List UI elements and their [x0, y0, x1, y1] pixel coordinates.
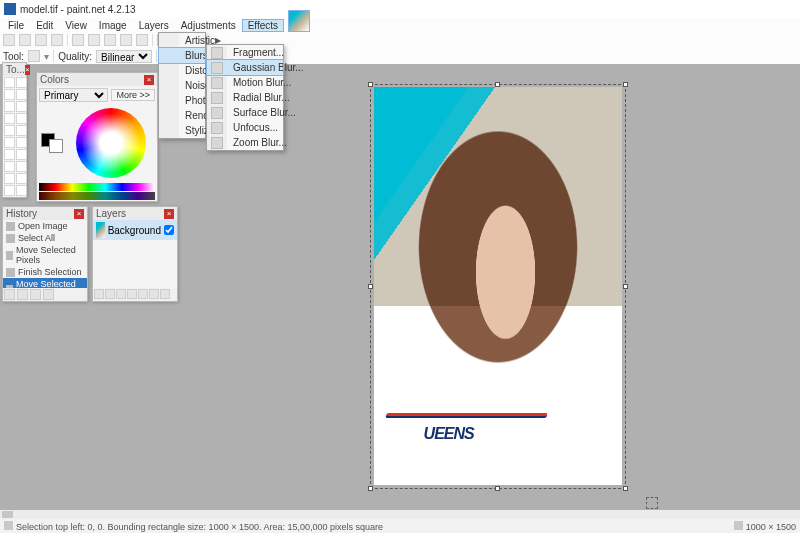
quality-select[interactable]: Bilinear: [96, 50, 152, 63]
panel-title[interactable]: To... ×: [3, 63, 26, 76]
ffwd-icon[interactable]: [43, 289, 54, 300]
line-tool[interactable]: [16, 173, 27, 184]
text-tool[interactable]: [4, 173, 15, 184]
undo-icon[interactable]: [17, 289, 28, 300]
menu-edit[interactable]: Edit: [30, 19, 59, 32]
close-icon[interactable]: ×: [25, 65, 30, 75]
fill-tool[interactable]: [4, 125, 15, 136]
close-icon[interactable]: ×: [144, 75, 154, 85]
scrollbar-thumb[interactable]: [2, 511, 13, 518]
history-item[interactable]: Select All: [3, 232, 87, 244]
new-icon[interactable]: [3, 34, 15, 46]
shape-tool[interactable]: [16, 185, 27, 196]
selection-handle[interactable]: [495, 82, 500, 87]
color-picker-tool[interactable]: [16, 149, 27, 160]
color-swatches[interactable]: [41, 133, 63, 153]
paste-icon[interactable]: [104, 34, 116, 46]
copy-icon[interactable]: [88, 34, 100, 46]
menu-view[interactable]: View: [59, 19, 93, 32]
move-selection-tool[interactable]: [16, 89, 27, 100]
delete-layer-icon[interactable]: [105, 289, 115, 299]
selection-handle[interactable]: [623, 284, 628, 289]
tool-picker-icon[interactable]: [28, 50, 40, 62]
clone-tool[interactable]: [4, 161, 15, 172]
pencil-tool[interactable]: [4, 149, 15, 160]
history-item[interactable]: Move Selected Pixels: [3, 244, 87, 266]
lasso-tool[interactable]: [4, 89, 15, 100]
menu-item-surface-blur[interactable]: Surface Blur...: [207, 105, 283, 120]
menu-image[interactable]: Image: [93, 19, 133, 32]
open-icon[interactable]: [19, 34, 31, 46]
add-layer-icon[interactable]: [94, 289, 104, 299]
magic-wand-tool[interactable]: [4, 113, 15, 124]
print-icon[interactable]: [51, 34, 63, 46]
menu-item-gaussian-blur[interactable]: Gaussian Blur...: [207, 60, 283, 75]
menu-item-fragment[interactable]: Fragment...: [207, 45, 283, 60]
menu-file[interactable]: File: [2, 19, 30, 32]
rect-tool[interactable]: [4, 185, 15, 196]
horizontal-scrollbar[interactable]: [0, 510, 800, 519]
cut-icon[interactable]: [72, 34, 84, 46]
menu-item-render[interactable]: Render▶: [159, 108, 205, 123]
menu-item-distort[interactable]: Distort▶: [159, 63, 205, 78]
menu-item-photo[interactable]: Photo▶: [159, 93, 205, 108]
history-item[interactable]: Finish Selection: [3, 266, 87, 278]
menu-item-radial-blur[interactable]: Radial Blur...: [207, 90, 283, 105]
rewind-icon[interactable]: [4, 289, 15, 300]
selection-handle[interactable]: [495, 486, 500, 491]
palette-strip[interactable]: [39, 192, 155, 200]
color-mode-select[interactable]: Primary: [39, 88, 108, 102]
gradient-tool[interactable]: [16, 125, 27, 136]
menu-item-zoom-blur[interactable]: Zoom Blur...: [207, 135, 283, 150]
effects-dropdown: Artistic▶ Blurs▶ Distort▶ Noise▶ Photo▶ …: [158, 32, 206, 139]
menu-item-noise[interactable]: Noise▶: [159, 78, 205, 93]
history-panel: History × Open Image Select All Move Sel…: [2, 206, 88, 302]
deselect-icon[interactable]: [136, 34, 148, 46]
selection-handle[interactable]: [623, 486, 628, 491]
close-icon[interactable]: ×: [164, 209, 174, 219]
menu-item-artistic[interactable]: Artistic▶: [159, 33, 205, 48]
close-icon[interactable]: ×: [74, 209, 84, 219]
menu-adjustments[interactable]: Adjustments: [175, 19, 242, 32]
menu-item-unfocus[interactable]: Unfocus...: [207, 120, 283, 135]
redo-icon[interactable]: [30, 289, 41, 300]
panel-title[interactable]: Colors ×: [37, 73, 157, 86]
zoom-tool[interactable]: [16, 101, 27, 112]
history-item[interactable]: Open Image: [3, 220, 87, 232]
move-up-icon[interactable]: [138, 289, 148, 299]
brush-tool[interactable]: [4, 137, 15, 148]
selection-marquee[interactable]: [370, 84, 626, 489]
menu-item-blurs[interactable]: Blurs▶: [159, 48, 205, 63]
selection-handle[interactable]: [368, 486, 373, 491]
save-icon[interactable]: [35, 34, 47, 46]
duplicate-layer-icon[interactable]: [116, 289, 126, 299]
move-tool[interactable]: [16, 77, 27, 88]
merge-down-icon[interactable]: [127, 289, 137, 299]
document-thumbnail[interactable]: [288, 10, 310, 32]
title-bar: model.tif - paint.net 4.2.13: [0, 0, 800, 18]
panel-title[interactable]: History ×: [3, 207, 87, 220]
panel-title[interactable]: Layers ×: [93, 207, 177, 220]
selection-handle[interactable]: [368, 284, 373, 289]
menu-layers[interactable]: Layers: [133, 19, 175, 32]
ellipse-select-tool[interactable]: [4, 101, 15, 112]
layers-panel: Layers × Background: [92, 206, 178, 302]
properties-icon[interactable]: [160, 289, 170, 299]
more-button[interactable]: More >>: [111, 89, 155, 101]
menu-effects[interactable]: Effects: [242, 19, 284, 32]
secondary-color[interactable]: [49, 139, 63, 153]
crop-icon[interactable]: [120, 34, 132, 46]
menu-item-motion-blur[interactable]: Motion Blur...: [207, 75, 283, 90]
eraser-tool[interactable]: [16, 137, 27, 148]
palette-strip[interactable]: [39, 183, 155, 191]
pan-tool[interactable]: [16, 113, 27, 124]
color-wheel[interactable]: [76, 108, 146, 178]
selection-handle[interactable]: [368, 82, 373, 87]
layer-visibility-checkbox[interactable]: [164, 225, 174, 235]
menu-item-stylize[interactable]: Stylize▶: [159, 123, 205, 138]
rect-select-tool[interactable]: [4, 77, 15, 88]
selection-handle[interactable]: [623, 82, 628, 87]
layer-item[interactable]: Background: [93, 220, 177, 240]
move-down-icon[interactable]: [149, 289, 159, 299]
recolor-tool[interactable]: [16, 161, 27, 172]
